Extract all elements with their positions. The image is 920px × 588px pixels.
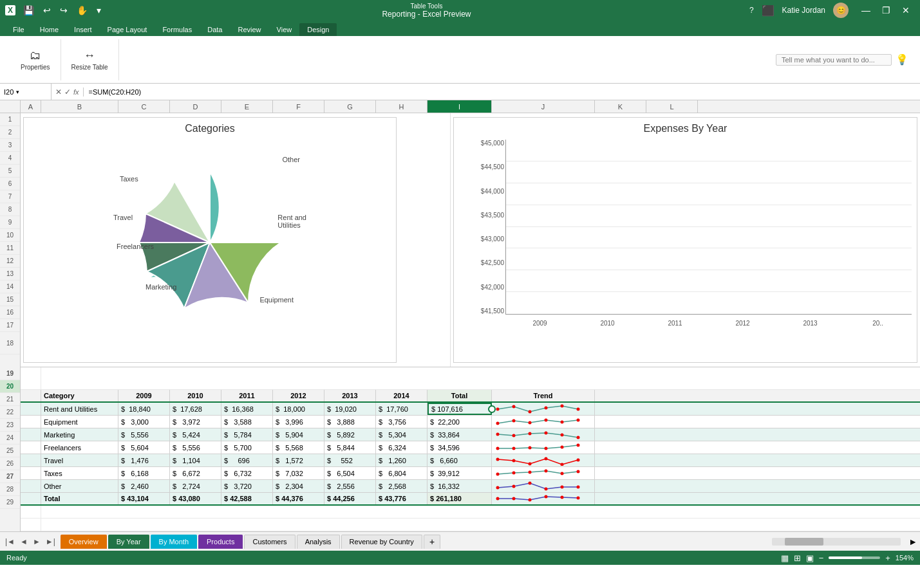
spacer-a — [21, 367, 41, 389]
svg-point-1 — [512, 419, 516, 422]
dropdown-icon[interactable]: ▾ — [94, 4, 104, 17]
col-header-C[interactable]: C — [118, 100, 170, 113]
data-row-21[interactable]: Equipment $ 3,000 $ 3,972 $ 3,588 $ 3,99… — [21, 416, 920, 428]
data-row-20[interactable]: Rent and Utilities $ 18,840 $ 17,628 $ 1… — [21, 403, 920, 416]
normal-view-icon[interactable]: ▦ — [781, 553, 789, 563]
svg-point-16 — [561, 445, 564, 448]
zoom-slider[interactable] — [829, 556, 880, 559]
trend-sparkline-total — [494, 493, 591, 504]
excel-logo-icon: X — [5, 5, 15, 15]
svg-point-18 — [496, 457, 500, 461]
row-num-28: 28 — [0, 483, 20, 496]
properties-button[interactable]: 🗂 Properties — [18, 46, 53, 73]
col-header-A[interactable]: A — [21, 100, 41, 113]
col-header-B[interactable]: B — [41, 100, 118, 113]
data-row-22[interactable]: Marketing $ 5,556 $ 5,424 $ 5,784 $ 5,90… — [21, 428, 920, 441]
cell-24-2014: $ 1,260 — [376, 454, 427, 466]
insert-function-icon[interactable]: fx — [73, 88, 79, 96]
undo-icon[interactable]: ↩ — [41, 4, 53, 17]
svg-point-21 — [545, 457, 548, 460]
svg-point-2 — [529, 421, 532, 424]
sheet-tab-customers[interactable]: Customers — [244, 535, 295, 549]
tab-prev-button[interactable]: ◄ — [17, 536, 30, 547]
ribbon-tabs: File Home Insert Page Layout Formulas Da… — [0, 21, 920, 36]
tab-page-layout[interactable]: Page Layout — [100, 23, 155, 36]
row-24-a — [21, 454, 41, 466]
tab-data[interactable]: Data — [200, 23, 230, 36]
tab-first-button[interactable]: |◄ — [3, 536, 17, 547]
svg-point-17 — [577, 443, 580, 446]
touch-icon[interactable]: ✋ — [74, 4, 90, 17]
row-num-12: 12 — [0, 255, 20, 268]
sheet-tab-by-year[interactable]: By Year — [108, 535, 149, 549]
save-icon[interactable]: 💾 — [21, 4, 37, 17]
scroll-right-arrow[interactable]: ► — [906, 537, 920, 547]
cell-25-trend — [492, 467, 595, 479]
properties-icon: 🗂 — [30, 49, 41, 62]
cell-24-cat: Travel — [41, 454, 118, 466]
trend-sparkline-0 — [494, 404, 591, 414]
page-layout-icon[interactable]: ⊞ — [794, 553, 801, 563]
sheet-tab-analysis[interactable]: Analysis — [297, 535, 340, 549]
col-header-K[interactable]: K — [595, 100, 646, 113]
tab-last-button[interactable]: ►| — [43, 536, 58, 547]
col-header-E[interactable]: E — [221, 100, 273, 113]
tab-next-button[interactable]: ► — [30, 536, 43, 547]
cell-23-cat: Freelancers — [41, 441, 118, 454]
redo-icon[interactable]: ↪ — [57, 4, 70, 17]
cell-22-2009: $ 5,556 — [118, 428, 170, 441]
cell-20-2009: $ 18,840 — [118, 403, 170, 415]
tab-design[interactable]: Design — [299, 23, 337, 36]
tab-file[interactable]: File — [5, 23, 32, 36]
header-category: Category — [41, 390, 118, 401]
minimize-button[interactable]: — — [856, 4, 876, 17]
zoom-out-icon[interactable]: − — [819, 553, 824, 563]
cell-27-2009: $ 43,104 — [118, 493, 170, 504]
row-27-a — [21, 493, 41, 504]
col-header-H[interactable]: H — [376, 100, 427, 113]
resize-button[interactable]: ↔ Resize Table — [69, 46, 111, 73]
col-header-F[interactable]: F — [273, 100, 324, 113]
bar-chart-panel: Expenses By Year $41,500 $42,000 $42,500… — [453, 117, 917, 363]
sheet-tab-overview[interactable]: Overview — [61, 535, 107, 549]
sheet-tab-new[interactable]: + — [424, 535, 440, 549]
restore-button[interactable]: ❐ — [877, 4, 896, 17]
cell-ref-dropdown-icon[interactable]: ▾ — [16, 89, 19, 95]
horizontal-scrollbar[interactable] — [772, 538, 901, 546]
col-header-I[interactable]: I — [427, 100, 492, 113]
tab-view[interactable]: View — [269, 23, 300, 36]
main-content: Categories — [21, 113, 920, 531]
help-icon[interactable]: ? — [749, 6, 754, 15]
col-header-L[interactable]: L — [646, 100, 698, 113]
col-header-D[interactable]: D — [170, 100, 221, 113]
tab-insert[interactable]: Insert — [66, 23, 100, 36]
svg-point-14 — [529, 446, 532, 449]
cell-26-2012: $ 2,304 — [273, 480, 324, 492]
sheet-tab-revenue-by-country[interactable]: Revenue by Country — [341, 535, 422, 549]
data-row-26[interactable]: Other $ 2,460 $ 2,724 $ 3,720 $ 2,304 $ … — [21, 480, 920, 493]
status-text: Ready — [6, 554, 27, 562]
svg-point-3 — [545, 418, 548, 421]
sheet-tab-by-month[interactable]: By Month — [151, 535, 197, 549]
gridline-2 — [506, 270, 912, 270]
resize-handle[interactable] — [488, 405, 496, 413]
cell-name-box[interactable]: I20 ▾ — [0, 84, 52, 100]
tab-home[interactable]: Home — [32, 23, 66, 36]
confirm-formula-icon[interactable]: ✓ — [64, 87, 71, 96]
share-icon[interactable]: ⬛ — [762, 5, 774, 17]
sheet-tab-products[interactable]: Products — [198, 535, 243, 549]
tab-review[interactable]: Review — [230, 23, 268, 36]
cell-26-total: $ 16,332 — [427, 480, 492, 492]
close-button[interactable]: ✕ — [897, 4, 915, 17]
page-break-icon[interactable]: ▣ — [806, 553, 814, 563]
svg-point-35 — [577, 485, 580, 488]
data-row-24[interactable]: Travel $ 1,476 $ 1,104 $ 696 $ 1,572 $ 5… — [21, 454, 920, 467]
data-row-25[interactable]: Taxes $ 6,168 $ 6,672 $ 6,732 $ 7,032 $ … — [21, 467, 920, 480]
cancel-formula-icon[interactable]: ✕ — [55, 87, 62, 96]
tab-formulas[interactable]: Formulas — [155, 23, 200, 36]
data-row-23[interactable]: Freelancers $ 5,604 $ 5,556 $ 5,700 $ 5,… — [21, 441, 920, 454]
zoom-in-icon[interactable]: + — [885, 553, 890, 563]
col-header-G[interactable]: G — [324, 100, 376, 113]
search-input[interactable] — [776, 54, 892, 66]
col-header-J[interactable]: J — [492, 100, 595, 113]
